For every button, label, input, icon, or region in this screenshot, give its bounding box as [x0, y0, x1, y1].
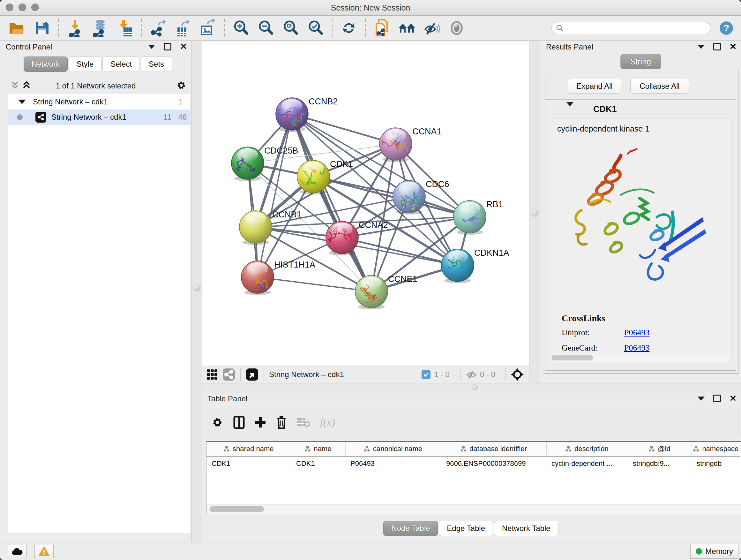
column-header-id[interactable]: @id	[628, 442, 691, 456]
export-network-button[interactable]	[145, 17, 171, 39]
right-splitter-handle[interactable]	[531, 209, 539, 217]
column-header-canonical-name[interactable]: canonical name	[345, 442, 441, 456]
float-panel-icon[interactable]	[163, 42, 172, 51]
automation-cloud-button[interactable]	[8, 545, 27, 558]
network-node-hist1h1a[interactable]: HIST1H1A	[241, 260, 315, 295]
close-panel-icon[interactable]: ✕	[728, 42, 738, 51]
crosslink-link[interactable]: P06493	[624, 328, 650, 337]
tab-node-table[interactable]: Node Table	[383, 521, 438, 536]
collapse-panel-icon[interactable]	[147, 42, 156, 51]
tab-network-table[interactable]: Network Table	[494, 521, 558, 536]
column-header-shared-name[interactable]: shared name	[206, 442, 291, 456]
zoom-fit-button[interactable]	[278, 17, 303, 39]
section-expander-icon[interactable]	[566, 106, 574, 111]
fit-content-crosshair-icon[interactable]	[511, 368, 524, 381]
zoom-window-button[interactable]	[31, 3, 39, 11]
crosslink-row: GeneCard:P06493	[562, 343, 709, 353]
import-network-button[interactable]	[63, 17, 87, 39]
network-node-label: HIST1H1A	[274, 260, 315, 269]
grid-view-icon[interactable]	[206, 369, 218, 380]
table-settings-gear-icon[interactable]	[211, 416, 224, 429]
results-horizontal-scrollbar[interactable]	[550, 354, 731, 362]
left-splitter[interactable]	[192, 41, 202, 542]
tab-style[interactable]: Style	[69, 57, 102, 72]
presentation-mode-button[interactable]	[444, 17, 469, 39]
toolbar-separator	[58, 19, 59, 37]
share-view-icon[interactable]	[222, 368, 235, 381]
close-panel-icon[interactable]: ✕	[728, 394, 738, 403]
memory-button[interactable]: Memory	[690, 544, 738, 559]
collapse-panel-icon[interactable]	[696, 42, 706, 51]
tab-sets[interactable]: Sets	[141, 57, 172, 72]
export-table-button[interactable]	[171, 17, 195, 39]
horizontal-splitter[interactable]	[202, 383, 741, 392]
expand-all-button[interactable]: Expand All	[568, 79, 621, 94]
tab-network[interactable]: Network	[23, 57, 68, 72]
table-horizontal-scrollbar[interactable]	[206, 504, 741, 514]
tab-string[interactable]: String	[620, 54, 661, 69]
left-splitter-handle[interactable]	[193, 284, 201, 292]
network-node-cdc6[interactable]: CDC6	[393, 179, 449, 219]
network-edge[interactable]	[258, 277, 372, 292]
delete-column-icon[interactable]	[276, 416, 287, 429]
column-header-namespace[interactable]: namespace	[691, 442, 740, 456]
crosslink-link[interactable]: P06493	[624, 343, 650, 353]
birds-eye-view-icon[interactable]	[246, 368, 259, 381]
cell: CDK1	[291, 456, 345, 471]
export-image-button[interactable]	[195, 17, 220, 39]
collapse-all-button[interactable]: Collapse All	[630, 79, 689, 94]
zoom-out-button[interactable]	[253, 17, 278, 39]
column-type-icon	[693, 446, 699, 452]
function-builder-label[interactable]: f(x)	[320, 416, 335, 428]
show-columns-icon[interactable]	[233, 416, 245, 429]
home-view-button[interactable]	[394, 17, 419, 39]
homes-icon	[398, 21, 416, 35]
network-graph[interactable]: CCNB2CCNA1CDC25BCDK1CDC6RB1CCNB1CCNA2CDK…	[202, 41, 529, 366]
network-canvas[interactable]: CCNB2CCNA1CDC25BCDK1CDC6RB1CCNB1CCNA2CDK…	[202, 41, 529, 366]
open-session-button[interactable]	[4, 17, 29, 39]
collection-expander-icon[interactable]	[18, 100, 26, 104]
column-header-name[interactable]: name	[291, 442, 345, 456]
help-button[interactable]: ?	[719, 21, 733, 35]
network-node-ccna1[interactable]: CCNA1	[379, 127, 441, 162]
network-collection-row[interactable]: String Network – cdk1 1	[8, 94, 190, 110]
cdk1-section-header[interactable]: CDK1	[545, 101, 736, 118]
save-session-button[interactable]	[29, 17, 54, 39]
status-bar: Memory	[0, 542, 741, 560]
import-table-icon	[117, 19, 132, 37]
delete-table-icon[interactable]	[296, 417, 311, 428]
float-panel-icon[interactable]	[712, 394, 722, 403]
network-edge[interactable]	[258, 114, 292, 277]
table-panel-title: Table Panel	[207, 394, 247, 403]
zoom-in-button[interactable]	[228, 17, 253, 39]
network-options-gear-icon[interactable]	[176, 79, 187, 91]
close-window-button[interactable]	[6, 3, 13, 11]
collapse-panel-icon[interactable]	[696, 394, 706, 403]
network-node-rb1[interactable]: RB1	[454, 199, 503, 235]
table-row[interactable]: CDK1CDK1P064939606.ENSP00000378699cyclin…	[206, 456, 740, 471]
refresh-button[interactable]	[336, 17, 361, 39]
zoom-selected-button[interactable]	[303, 17, 328, 39]
network-row[interactable]: String Network – cdk1 11 48	[8, 110, 190, 125]
import-table-button[interactable]	[112, 17, 137, 39]
hide-unhide-button[interactable]	[419, 17, 444, 39]
results-scrollbar-thumb[interactable]	[551, 355, 593, 361]
search-input[interactable]	[551, 22, 711, 34]
tab-select[interactable]: Select	[103, 57, 140, 72]
minimize-window-button[interactable]	[18, 3, 26, 11]
add-column-icon[interactable]	[254, 416, 266, 428]
warnings-button[interactable]	[35, 545, 54, 558]
import-database-button[interactable]	[87, 17, 112, 39]
viewbar-separator	[240, 368, 241, 381]
tab-edge-table[interactable]: Edge Table	[439, 521, 493, 536]
column-header-description[interactable]: description	[546, 442, 628, 456]
network-node-cdkn1a[interactable]: CDKN1A	[441, 248, 509, 283]
horizontal-splitter-handle[interactable]	[472, 384, 478, 390]
close-panel-icon[interactable]: ✕	[179, 42, 188, 51]
right-splitter[interactable]	[529, 41, 541, 383]
clone-network-button[interactable]	[369, 17, 394, 39]
table-scrollbar-thumb[interactable]	[210, 506, 264, 512]
column-header-database-identifier[interactable]: database identifier	[441, 442, 546, 456]
selected-checkbox-icon[interactable]	[421, 370, 430, 379]
float-panel-icon[interactable]	[712, 42, 722, 51]
